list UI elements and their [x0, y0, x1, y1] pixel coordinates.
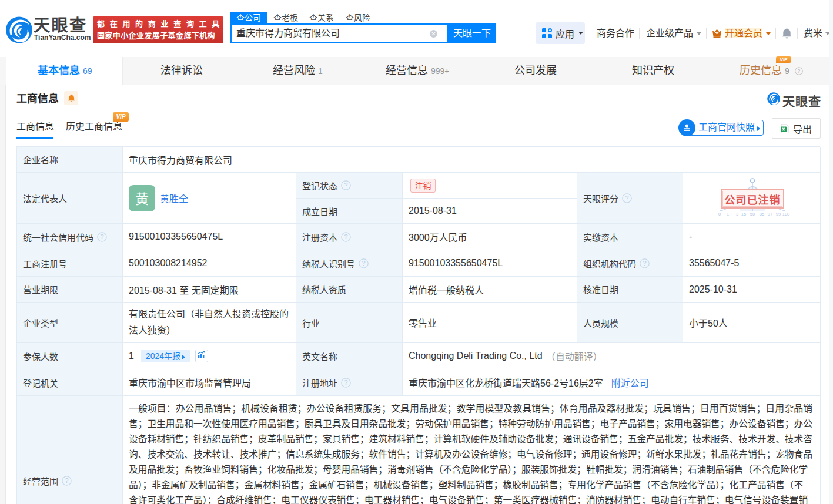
svg-text:1: 1 [727, 211, 729, 217]
svg-text:?: ? [643, 260, 646, 267]
svg-text:?: ? [65, 477, 68, 484]
svg-text:3: 3 [736, 211, 738, 217]
svg-text:100: 100 [782, 211, 790, 217]
svg-text:?: ? [344, 233, 347, 240]
svg-text:15: 15 [741, 211, 746, 217]
svg-text:?: ? [362, 260, 365, 267]
svg-text:?: ? [797, 68, 800, 74]
svg-text:?: ? [344, 379, 347, 386]
svg-text:50: 50 [750, 211, 755, 217]
svg-text:?: ? [625, 194, 628, 201]
svg-text:85: 85 [760, 211, 764, 217]
svg-text:?: ? [100, 233, 103, 240]
svg-text:99: 99 [776, 211, 781, 217]
svg-text:0: 0 [718, 211, 721, 217]
svg-text:97: 97 [768, 211, 772, 217]
svg-text:?: ? [344, 182, 347, 189]
